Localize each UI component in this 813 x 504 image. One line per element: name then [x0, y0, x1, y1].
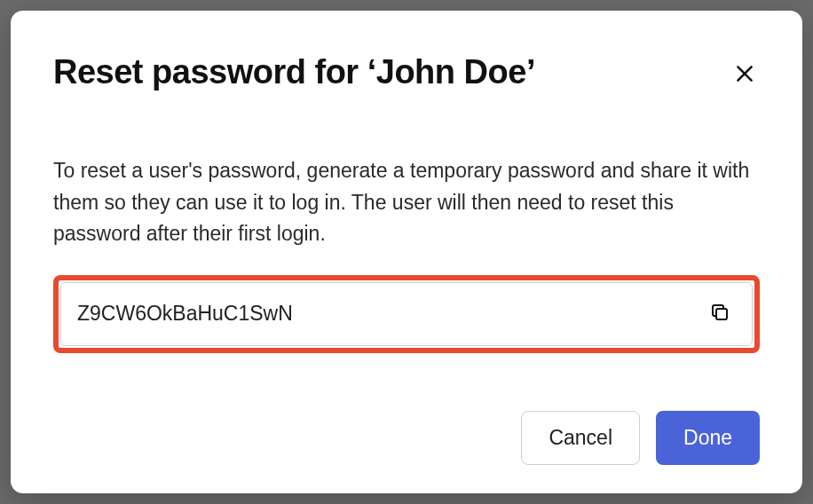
modal-header: Reset password for ‘John Doe’ [53, 53, 760, 91]
close-icon [733, 62, 756, 88]
generated-password-input[interactable] [77, 302, 693, 326]
svg-rect-2 [716, 309, 727, 319]
reset-password-modal: Reset password for ‘John Doe’ To reset a… [11, 11, 802, 493]
modal-title: Reset password for ‘John Doe’ [53, 53, 535, 91]
done-button[interactable]: Done [656, 411, 760, 465]
password-field-highlight [53, 275, 760, 353]
copy-password-button[interactable] [704, 296, 736, 331]
close-button[interactable] [730, 59, 760, 91]
copy-icon [709, 302, 730, 326]
generated-password-field [60, 282, 753, 346]
modal-description: To reset a user's password, generate a t… [53, 155, 760, 250]
cancel-button[interactable]: Cancel [521, 411, 640, 465]
modal-footer: Cancel Done [53, 411, 760, 465]
